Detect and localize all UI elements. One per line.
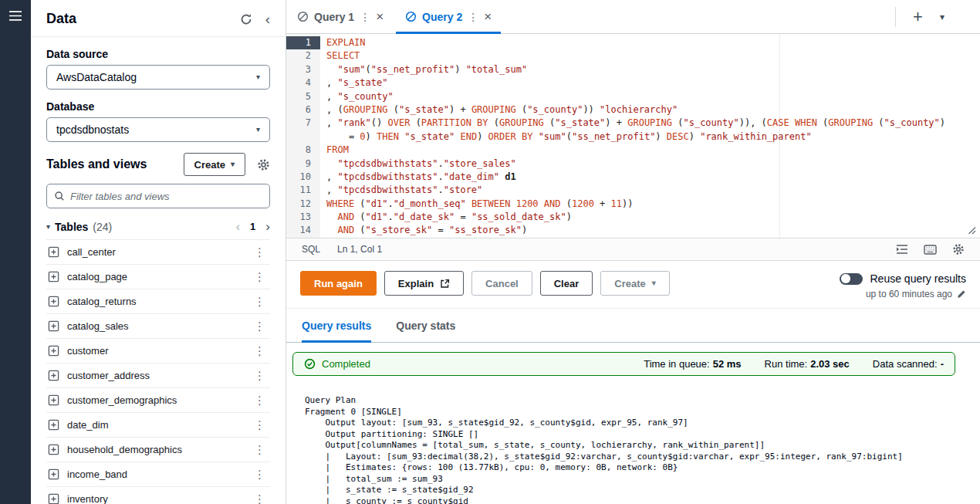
- table-row[interactable]: customer_address ⋮: [46, 363, 270, 387]
- tab-kebab-menu-icon[interactable]: ⋮: [468, 11, 478, 23]
- query-tab-bar: Query 1 ⋮ × Query 2 ⋮ × + ▾: [286, 0, 980, 34]
- expand-table-icon[interactable]: [48, 419, 59, 431]
- keyboard-shortcuts-icon[interactable]: [924, 245, 937, 255]
- explain-button-label: Explain: [398, 278, 434, 289]
- clear-button[interactable]: Clear: [540, 271, 593, 296]
- line-number: 14: [286, 224, 320, 237]
- data-source-select[interactable]: AwsDataCatalog ▾: [46, 65, 270, 90]
- editor-line: 14 AND ("s_store_sk" = "ss_store_sk"): [286, 224, 980, 237]
- table-row[interactable]: catalog_returns ⋮: [46, 289, 270, 313]
- table-name: inventory: [67, 493, 243, 504]
- table-kebab-menu-icon[interactable]: ⋮: [251, 369, 269, 383]
- filter-tables-input[interactable]: [70, 191, 262, 202]
- table-kebab-menu-icon[interactable]: ⋮: [251, 295, 269, 309]
- code-text: "tpcdsdbwithstats"."store_sales": [320, 157, 516, 171]
- table-row[interactable]: income_band ⋮: [46, 462, 270, 486]
- table-row[interactable]: inventory ⋮: [46, 486, 270, 504]
- edit-reuse-duration-icon[interactable]: [957, 289, 966, 299]
- database-label: Database: [46, 100, 270, 113]
- tab-kebab-menu-icon[interactable]: ⋮: [360, 11, 370, 23]
- explain-button[interactable]: Explain: [384, 271, 464, 296]
- editor-line: 3 "sum"("ss_net_profit") "total_sum": [286, 63, 980, 76]
- sql-editor[interactable]: 1 EXPLAIN 2 SELECT 3 "sum"("ss_net_profi…: [286, 34, 980, 238]
- table-name: catalog_sales: [67, 320, 243, 332]
- code-text: SELECT: [320, 49, 360, 63]
- table-kebab-menu-icon[interactable]: ⋮: [251, 468, 269, 482]
- table-row[interactable]: call_center ⋮: [46, 239, 270, 264]
- metric-label: Data scanned:: [873, 358, 938, 370]
- expand-table-icon[interactable]: [48, 296, 59, 307]
- reuse-results-toggle[interactable]: [840, 273, 863, 285]
- query-tab[interactable]: Query 1 ⋮ ×: [286, 0, 394, 33]
- table-name: call_center: [67, 246, 243, 258]
- run-again-button[interactable]: Run again: [300, 271, 377, 296]
- table-kebab-menu-icon[interactable]: ⋮: [251, 270, 269, 284]
- code-text: FROM: [320, 144, 349, 157]
- reuse-duration-text: up to 60 minutes ago: [866, 289, 952, 299]
- expand-table-icon[interactable]: [48, 444, 59, 455]
- table-kebab-menu-icon[interactable]: ⋮: [251, 320, 269, 333]
- reuse-results-label: Reuse query results: [870, 272, 966, 285]
- create-button[interactable]: Create ▾: [184, 153, 246, 176]
- expand-table-icon[interactable]: [48, 370, 59, 381]
- expand-table-icon[interactable]: [48, 394, 59, 406]
- create-button-label: Create: [194, 159, 225, 171]
- refresh-icon[interactable]: [240, 13, 252, 25]
- cursor-position: Ln 1, Col 1: [337, 244, 382, 255]
- expand-table-icon[interactable]: [48, 320, 59, 332]
- editor-line: 9 "tpcdsdbwithstats"."store_sales": [286, 157, 980, 171]
- table-row[interactable]: date_dim ⋮: [46, 412, 270, 437]
- query-tab[interactable]: Query 2 ⋮ ×: [394, 0, 502, 33]
- cancel-button[interactable]: Cancel: [471, 271, 532, 296]
- collapse-panel-icon[interactable]: ‹: [265, 12, 270, 26]
- hamburger-menu-icon[interactable]: [8, 10, 22, 504]
- tab-query-stats[interactable]: Query stats: [396, 309, 455, 342]
- new-query-tab-button[interactable]: +: [913, 8, 923, 25]
- editor-preferences-gear-icon[interactable]: [952, 243, 965, 255]
- table-kebab-menu-icon[interactable]: ⋮: [251, 492, 269, 504]
- table-kebab-menu-icon[interactable]: ⋮: [251, 394, 269, 408]
- metric-value: 52 ms: [713, 358, 742, 370]
- data-source-value: AwsDataCatalog: [56, 71, 137, 83]
- table-name: customer: [67, 345, 243, 357]
- editor-line: 11 , "tpcdsdbwithstats"."store": [286, 184, 980, 197]
- table-row[interactable]: catalog_sales ⋮: [46, 313, 270, 338]
- expand-table-icon[interactable]: [48, 246, 59, 258]
- tab-query-results[interactable]: Query results: [302, 309, 371, 342]
- table-row[interactable]: household_demographics ⋮: [46, 437, 270, 462]
- indentation-settings-icon[interactable]: [896, 244, 908, 255]
- editor-resize-handle[interactable]: [968, 226, 976, 235]
- expand-table-icon[interactable]: [48, 468, 59, 480]
- page-number[interactable]: 1: [250, 221, 255, 232]
- expand-table-icon[interactable]: [48, 271, 59, 282]
- query-metrics: Time in queue:52 ms Run time:2.03 sec Da…: [644, 358, 944, 370]
- caret-down-icon: ▾: [256, 73, 260, 81]
- tables-section-label[interactable]: Tables: [55, 221, 88, 233]
- section-caret-down-icon[interactable]: ▾: [46, 223, 50, 231]
- table-kebab-menu-icon[interactable]: ⋮: [251, 245, 269, 259]
- expand-table-icon[interactable]: [48, 345, 59, 357]
- editor-line: 6 , (GROUPING ("s_state") + GROUPING ("s…: [286, 103, 980, 117]
- table-row[interactable]: catalog_page ⋮: [46, 264, 270, 289]
- create-dropdown-button[interactable]: Create ▾: [600, 271, 670, 296]
- data-settings-gear-icon[interactable]: [257, 158, 270, 171]
- table-kebab-menu-icon[interactable]: ⋮: [251, 418, 269, 432]
- tables-section-header: ▾ Tables (24) ‹ 1 ›: [46, 220, 270, 233]
- editor-language: SQL: [302, 244, 320, 255]
- page-next-icon[interactable]: ›: [265, 220, 270, 233]
- data-panel: Data ‹ Data source AwsDataCatalog ▾ Data…: [31, 0, 286, 504]
- database-select[interactable]: tpcdsdbnostats ▾: [46, 117, 270, 142]
- tab-close-icon[interactable]: ×: [376, 10, 384, 23]
- table-row[interactable]: customer ⋮: [46, 338, 270, 363]
- tab-list-dropdown-icon[interactable]: ▾: [940, 12, 945, 22]
- table-kebab-menu-icon[interactable]: ⋮: [251, 443, 269, 457]
- tables-count: (24): [93, 221, 112, 233]
- tab-close-icon[interactable]: ×: [484, 10, 492, 23]
- table-kebab-menu-icon[interactable]: ⋮: [251, 344, 269, 358]
- expand-table-icon[interactable]: [48, 493, 59, 504]
- table-row[interactable]: customer_demographics ⋮: [46, 387, 270, 412]
- editor-line: 5 , "s_county": [286, 90, 980, 103]
- page-prev-icon[interactable]: ‹: [235, 220, 240, 233]
- code-text: , "tpcdsdbwithstats"."date_dim" d1: [320, 171, 516, 184]
- filter-tables-search[interactable]: [46, 184, 270, 208]
